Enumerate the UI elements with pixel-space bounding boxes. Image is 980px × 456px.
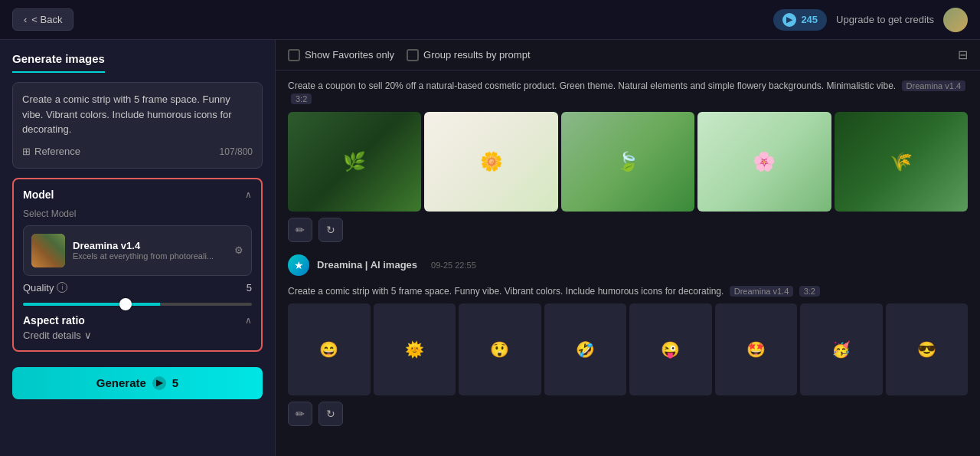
- credit-details-chevron-icon: ∨: [84, 330, 92, 341]
- cosmetic-image-row: 🌿 🌼 🍃 🌸 🌾: [288, 112, 968, 212]
- group-by-prompt-label: Group results by prompt: [423, 49, 530, 61]
- back-label: < Back: [31, 14, 62, 25]
- model-info: Dreamina v1.4 Excels at everything from …: [73, 240, 227, 261]
- comic-image-4[interactable]: 🤣: [544, 303, 627, 395]
- result-date: 09-25: [431, 261, 452, 270]
- quality-slider[interactable]: [23, 303, 252, 306]
- sidebar-title: Generate images: [12, 52, 263, 73]
- reference-button[interactable]: ⊞ Reference: [22, 146, 80, 157]
- result-group-comic: ★ Dreamina | AI images 09-25 22:55 Creat…: [288, 254, 968, 427]
- generate-label: Generate: [96, 376, 146, 389]
- reference-icon: ⊞: [22, 146, 31, 157]
- comic-image-grid: 😄 🌞 😲 🤣 😜 🤩: [288, 303, 968, 395]
- topbar: ‹ < Back ▶ 245 Upgrade to get credits: [0, 0, 980, 40]
- result-header-comic: ★ Dreamina | AI images 09-25 22:55: [288, 254, 968, 276]
- back-icon: ‹: [24, 14, 27, 25]
- comic-image-3[interactable]: 😲: [459, 303, 541, 395]
- content-area: Show Favorites only Group results by pro…: [276, 40, 980, 456]
- settings-icon[interactable]: ⚙: [234, 244, 243, 256]
- aspect-chevron-up-icon[interactable]: ∧: [245, 315, 252, 326]
- back-button[interactable]: ‹ < Back: [12, 8, 74, 31]
- show-favorites-checkbox[interactable]: [288, 49, 300, 61]
- result-time-val: 22:55: [455, 261, 476, 270]
- char-count: 107/800: [220, 145, 253, 159]
- group-by-prompt-row: Group results by prompt: [407, 49, 530, 61]
- generate-icon-symbol: ▶: [156, 378, 162, 388]
- cosmetic-image-3[interactable]: 🍃: [561, 112, 694, 212]
- model-thumbnail: [31, 234, 65, 267]
- chevron-up-icon[interactable]: ∧: [245, 189, 252, 200]
- edit-button-comic[interactable]: ✏: [288, 402, 312, 426]
- result-ratio-tag-cosmetic: 3:2: [291, 93, 312, 104]
- upgrade-button[interactable]: Upgrade to get credits: [836, 14, 934, 25]
- cosmetic-image-2[interactable]: 🌼: [424, 112, 557, 212]
- select-model-label: Select Model: [23, 208, 252, 219]
- model-desc: Excels at everything from photoreali...: [73, 251, 227, 261]
- result-model-tag-comic: Dreamina v1.4: [730, 286, 794, 297]
- cosmetic-image-4[interactable]: 🌸: [697, 112, 831, 212]
- aspect-ratio-row: Aspect ratio ∧: [23, 314, 252, 326]
- comic-image-6[interactable]: 🤩: [715, 303, 798, 395]
- quality-row: Quality i 5: [23, 282, 252, 294]
- comic-action-row: ✏ ↻: [288, 402, 968, 426]
- model-name: Dreamina v1.4: [73, 240, 227, 251]
- upgrade-label: Upgrade to get credits: [836, 14, 934, 25]
- prompt-box[interactable]: Create a comic strip with 5 frame space.…: [12, 82, 263, 169]
- quality-label: Quality i: [23, 282, 67, 294]
- save-icon-button[interactable]: ⊟: [958, 48, 968, 62]
- cosmetic-image-5[interactable]: 🌾: [835, 112, 968, 212]
- result-source: Dreamina | AI images: [317, 259, 417, 271]
- quality-value: 5: [247, 282, 252, 294]
- result-group-cosmetic: Create a coupon to sell 20% off a natura…: [288, 80, 968, 242]
- credits-icon: ▶: [782, 13, 796, 27]
- comic-image-7[interactable]: 🥳: [800, 303, 883, 395]
- group-by-prompt-checkbox[interactable]: [407, 49, 419, 61]
- result-prompt-comic: Create a comic strip with 5 frame space.…: [288, 285, 968, 298]
- generate-cost-badge: ▶: [152, 376, 166, 390]
- credit-details-label: Credit details: [23, 330, 81, 341]
- comic-image-8[interactable]: 😎: [886, 303, 969, 395]
- refresh-button-cosmetic[interactable]: ↻: [318, 218, 343, 242]
- section-header: Model ∧: [23, 189, 252, 201]
- model-card[interactable]: Dreamina v1.4 Excels at everything from …: [23, 225, 252, 276]
- prompt-footer: ⊞ Reference 107/800: [22, 145, 253, 159]
- prompt-text: Create a comic strip with 5 frame space.…: [22, 92, 253, 137]
- credit-details-row[interactable]: Credit details ∨: [23, 330, 252, 341]
- info-icon: i: [57, 282, 67, 293]
- model-section-title: Model: [23, 189, 54, 201]
- main-layout: Generate images Create a comic strip wit…: [0, 40, 980, 456]
- cosmetic-action-row: ✏ ↻: [288, 218, 968, 242]
- sidebar: Generate images Create a comic strip wit…: [0, 40, 276, 456]
- show-favorites-row: Show Favorites only: [288, 49, 394, 61]
- result-model-tag-cosmetic: Dreamina v1.4: [902, 80, 966, 91]
- model-section: Model ∧ Select Model Dreamina v1.4 Excel…: [12, 178, 263, 352]
- gallery-area: Create a coupon to sell 20% off a natura…: [276, 71, 980, 456]
- cosmetic-image-1[interactable]: 🌿: [288, 112, 421, 212]
- credits-count: 245: [801, 14, 818, 25]
- dreamina-icon: ★: [288, 254, 309, 276]
- quality-slider-container: [23, 297, 252, 308]
- reference-label: Reference: [34, 146, 80, 157]
- generate-cost: 5: [172, 376, 178, 389]
- avatar[interactable]: [943, 8, 968, 32]
- aspect-ratio-label: Aspect ratio: [23, 314, 85, 326]
- result-ratio-tag-comic: 3:2: [799, 286, 820, 297]
- show-favorites-label: Show Favorites only: [305, 49, 394, 61]
- result-prompt-cosmetic: Create a coupon to sell 20% off a natura…: [288, 80, 968, 106]
- comic-image-1[interactable]: 😄: [288, 303, 371, 395]
- topbar-right: ▶ 245 Upgrade to get credits: [773, 8, 968, 32]
- generate-button[interactable]: Generate ▶ 5: [12, 367, 263, 399]
- refresh-button-comic[interactable]: ↻: [318, 402, 343, 426]
- edit-button-cosmetic[interactable]: ✏: [288, 218, 312, 242]
- comic-image-2[interactable]: 🌞: [374, 303, 456, 395]
- toolbar: Show Favorites only Group results by pro…: [276, 40, 980, 71]
- credits-badge: ▶ 245: [773, 9, 827, 31]
- comic-image-5[interactable]: 😜: [629, 303, 712, 395]
